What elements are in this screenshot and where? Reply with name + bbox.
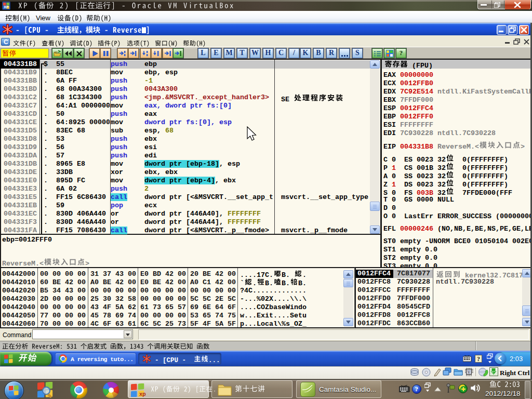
- svg-text:V: V: [468, 370, 471, 375]
- svg-text:XP: XP: [4, 5, 9, 9]
